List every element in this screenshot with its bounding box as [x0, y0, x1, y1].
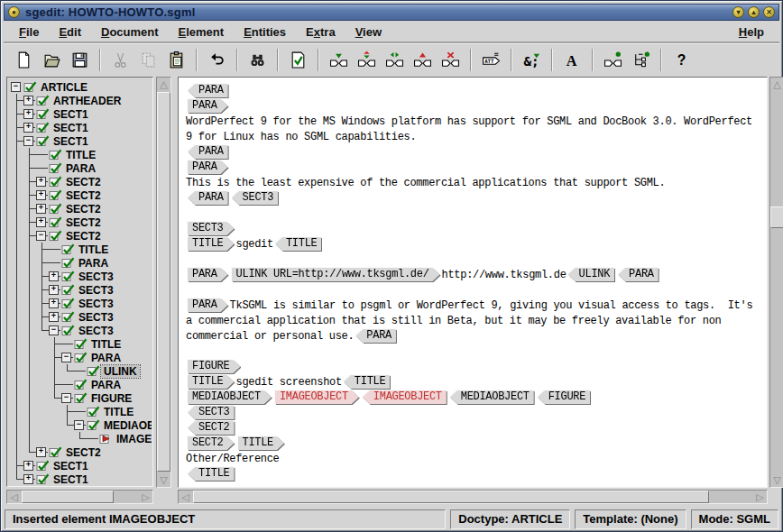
tree-item-title[interactable]: TITLE [10, 148, 152, 161]
sgml-tag-open-sect2[interactable]: SECT2 [188, 436, 235, 450]
collapse-icon[interactable]: − [49, 326, 59, 335]
scrollbar-thumb[interactable] [193, 491, 709, 503]
insert-element-button[interactable] [325, 48, 353, 73]
tree-item-ulink[interactable]: ULINK [10, 364, 152, 378]
titlebar[interactable]: ● sgedit: HOWTO-HOWTO.sgml ▾ ▴ ✕ [4, 4, 779, 21]
expand-icon[interactable]: + [36, 190, 46, 200]
sgml-editor[interactable]: PARAPARAWordPerfect 9 for the MS Windows… [180, 78, 766, 486]
menu-item-view[interactable]: View [345, 23, 392, 41]
tree-item-title[interactable]: TITLE [10, 337, 152, 351]
tree-item-sect3[interactable]: +SECT3 [10, 270, 152, 283]
collapse-icon[interactable]: − [74, 420, 84, 430]
move-element-button[interactable] [381, 48, 409, 73]
expand-icon[interactable]: + [23, 474, 33, 484]
scroll-down-icon[interactable]: ▽ [157, 473, 170, 487]
sgml-tag-close-mediaobject[interactable]: MEDIAOBJECT [450, 390, 534, 404]
tree-item-sect2[interactable]: +SECT2 [10, 188, 152, 202]
scrollbar-thumb[interactable] [770, 206, 783, 228]
tree-item-article[interactable]: −ARTICLE [10, 80, 152, 94]
sgml-tag-close-sect3[interactable]: SECT3 [232, 191, 279, 205]
sgml-tag-open-mediaobject[interactable]: MEDIAOBJECT [188, 390, 272, 404]
scroll-left-icon[interactable]: ◁ [7, 491, 21, 503]
sgml-tag-open-title[interactable]: TITLE [188, 237, 235, 251]
sgml-tag-close-para[interactable]: PARA [188, 145, 228, 159]
sgml-tag-open-para[interactable]: PARA [188, 161, 228, 174]
menu-item-file[interactable]: File [9, 23, 49, 41]
collapse-icon[interactable]: − [36, 231, 46, 241]
tree-item-mediaobject[interactable]: −MEDIAOBJECT [10, 418, 152, 432]
scrollbar-trough[interactable] [157, 91, 170, 473]
tree-item-sect2[interactable]: +SECT2 [10, 445, 152, 459]
tree-item-sect1[interactable]: +SECT1 [10, 472, 152, 485]
expand-icon[interactable]: + [36, 217, 46, 227]
sgml-tag-open-title[interactable]: TITLE [238, 436, 285, 450]
raise-element-button[interactable] [409, 48, 437, 73]
sgml-tag-close-sect3[interactable]: SECT3 [188, 406, 235, 419]
tree-item-sect3[interactable]: +SECT3 [10, 297, 152, 310]
tree-item-sect1[interactable]: +SECT1 [10, 459, 152, 472]
scrollbar-trough[interactable] [21, 491, 139, 503]
tree-item-sect2[interactable]: +SECT2 [10, 202, 152, 216]
undo-button[interactable] [203, 48, 231, 73]
tree-item-sect3[interactable]: +SECT3 [10, 283, 152, 297]
tree-item-sect1[interactable]: +SECT1 [10, 107, 152, 121]
expand-icon[interactable]: + [49, 285, 59, 295]
find-button[interactable] [244, 48, 272, 73]
window-menu-icon[interactable]: ● [8, 6, 20, 18]
insert-entity-button[interactable]: &; [518, 48, 546, 73]
sgml-tag-open-para[interactable]: PARA [188, 99, 228, 113]
scroll-down-icon[interactable]: ▽ [770, 473, 783, 487]
save-button[interactable] [66, 48, 94, 73]
scroll-left-icon[interactable]: ◁ [179, 491, 192, 503]
sgml-tag-open-sect3[interactable]: SECT3 [188, 222, 235, 235]
expand-icon[interactable]: + [23, 96, 33, 105]
sgml-tag-close-para[interactable]: PARA [355, 329, 396, 343]
tree-item-sect2[interactable]: +SECT2 [10, 175, 152, 188]
tree-item-sect3[interactable]: +SECT3 [10, 310, 152, 324]
tree-vertical-scrollbar[interactable]: △ ▽ [156, 77, 171, 488]
text-button[interactable]: A [558, 48, 586, 73]
tree-item-artheader[interactable]: +ARTHEADER [10, 94, 152, 107]
menu-item-document[interactable]: Document [91, 23, 169, 41]
scroll-right-icon[interactable]: ▷ [753, 491, 767, 503]
scroll-up-icon[interactable]: △ [157, 78, 170, 91]
expand-icon[interactable]: + [49, 312, 59, 322]
tree-item-sect1[interactable]: +SECT1 [10, 121, 152, 134]
sgml-tag-close-ulink[interactable]: ULINK [568, 268, 615, 281]
copy-button[interactable] [134, 48, 162, 73]
sgml-tag-close-para[interactable]: PARA [188, 84, 228, 97]
tree-item-para[interactable]: PARA [10, 378, 152, 391]
sgml-tag-close-para[interactable]: PARA [618, 268, 659, 281]
collapse-icon[interactable]: − [61, 353, 71, 362]
scroll-up-icon[interactable]: △ [770, 78, 783, 91]
paste-button[interactable] [162, 48, 190, 73]
tree-item-sect2[interactable]: +SECT2 [10, 216, 152, 229]
tree-view-button[interactable] [627, 48, 655, 73]
sgml-tag-open-title[interactable]: TITLE [188, 375, 235, 389]
menu-item-help[interactable]: Help [729, 23, 774, 41]
tree-item-figure[interactable]: −FIGURE [10, 391, 152, 405]
sgml-tag-close-figure[interactable]: FIGURE [538, 390, 590, 404]
help-button[interactable]: ? [668, 48, 695, 73]
scrollbar-trough[interactable] [192, 491, 753, 503]
open-button[interactable] [38, 48, 66, 73]
expand-icon[interactable]: + [36, 204, 46, 214]
tree-item-sect3[interactable]: −SECT3 [10, 324, 152, 337]
collapse-icon[interactable]: − [61, 393, 71, 403]
expand-icon[interactable]: + [23, 109, 33, 119]
element-mark-button[interactable] [599, 48, 627, 73]
sgml-tag-close-title[interactable]: TITLE [344, 375, 391, 389]
sgml-tag-close-title[interactable]: TITLE [188, 467, 235, 481]
tree-item-para[interactable]: PARA [10, 161, 152, 175]
tree-item-para[interactable]: PARA [10, 256, 152, 270]
delete-element-button[interactable] [437, 48, 465, 73]
replace-element-button[interactable] [353, 48, 381, 73]
sgml-tag-close-title[interactable]: TITLE [275, 237, 322, 251]
expand-icon[interactable]: + [23, 123, 33, 133]
expand-icon[interactable]: + [49, 298, 59, 308]
tree-item-sect2[interactable]: −SECT2 [10, 229, 152, 243]
collapse-icon[interactable]: − [11, 82, 21, 92]
sgml-tag-open-para[interactable]: PARA [188, 268, 228, 281]
attributes-button[interactable]: ATT [477, 48, 505, 73]
sgml-tag-close-para[interactable]: PARA [188, 191, 228, 205]
